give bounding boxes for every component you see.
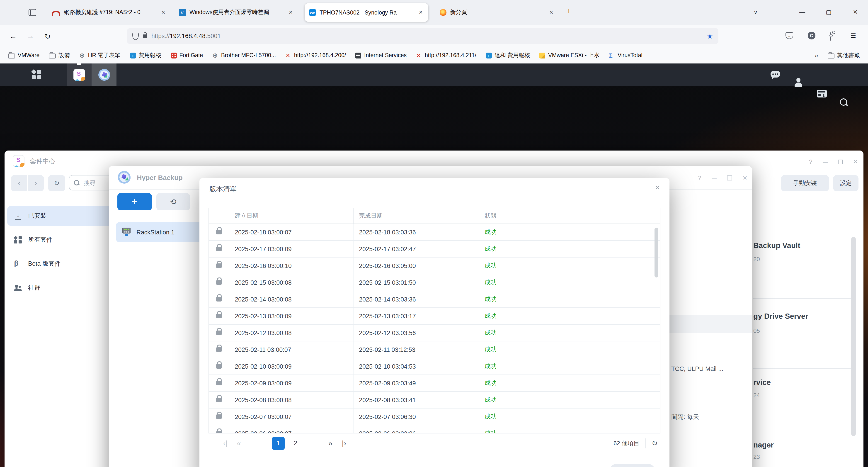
table-scrollbar[interactable] [654,228,658,278]
bookmark-star-icon[interactable]: ★ [707,32,713,40]
version-row[interactable]: 2025-02-06 03:00:072025-02-06 03:03:26成功 [209,425,660,433]
pc-refresh-button[interactable]: ↻ [48,175,65,191]
forward-icon[interactable]: → [24,29,37,43]
backup-task-rackstation[interactable]: RackStation 1 [116,222,207,242]
version-row[interactable]: 2025-02-15 03:00:082025-02-15 03:01:50成功 [209,274,660,291]
lock-column-header[interactable] [209,208,229,223]
tab-dsm-active[interactable]: TPHO7NAS002 - Synology Ra ✕ [305,3,428,22]
search-icon[interactable] [839,97,849,108]
manual-install-button[interactable]: 手動安裝 [781,175,829,191]
sidebar-item-all-packages[interactable]: 所有套件 [7,230,113,250]
reload-icon[interactable]: ↻ [41,29,54,43]
window-close-icon[interactable]: ✕ [848,9,862,15]
page-2-button[interactable]: 2 [289,437,302,449]
status-column-header[interactable]: 狀態 [478,208,652,223]
sidebar-item-installed[interactable]: 已安裝 [7,206,113,226]
extensions-puzzle-icon[interactable] [830,33,831,41]
pc-back-button[interactable]: ‹ [11,175,27,191]
modal-close-icon[interactable]: ✕ [655,184,660,192]
extension-c-icon[interactable]: C [808,32,815,39]
tab-newtab[interactable]: 新分頁 ✕ [435,3,559,22]
new-tab-button[interactable]: + [566,7,571,16]
page-1-button[interactable]: 1 [272,437,285,449]
settings-button[interactable]: 設定 [833,175,859,191]
list-tabs-icon[interactable]: ∨ [749,9,763,15]
version-row[interactable]: 2025-02-10 03:00:092025-02-10 03:04:53成功 [209,358,660,375]
nas-icon [122,227,131,237]
version-row[interactable]: 2025-02-07 03:00:072025-02-07 03:06:30成功 [209,408,660,425]
close-dialog-button[interactable]: 關閉 [609,464,655,467]
pc-scrollbar[interactable] [851,237,856,436]
widgets-icon[interactable] [817,90,827,97]
add-backup-task-button[interactable]: + [117,193,152,210]
tab-close-icon[interactable]: ✕ [288,9,294,16]
version-row[interactable]: 2025-02-12 03:00:082025-02-12 03:03:56成功 [209,324,660,341]
sidebar-item-beta[interactable]: Beta 版套件 [7,254,113,274]
tab-title: 網路機房維護 #719: NAS*2 - 0 [64,9,157,16]
tab-close-icon[interactable]: ✕ [160,9,166,16]
other-bookmarks[interactable]: 其他書籤 [828,52,860,59]
bookmark-item[interactable]: http://192.168.4.211/ [416,52,476,59]
tab-ithome[interactable]: Windows使用者介面爆零時差漏 ✕ [175,3,298,22]
tab-close-icon[interactable]: ✕ [549,9,554,16]
grid-icon [14,236,22,244]
restore-icon[interactable] [838,159,843,164]
tabs-sidebar-icon[interactable] [29,9,36,16]
tab-redmine[interactable]: 網路機房維護 #719: NAS*2 - 0 ✕ [47,3,171,22]
refresh-icon[interactable]: ↻ [652,439,658,447]
bookmark-item[interactable]: Internet Services [355,52,407,59]
bookmark-item[interactable]: FortiGate [170,52,203,59]
completed-column-header[interactable]: 完成日期 [353,208,478,223]
bookmark-item[interactable]: 達和 費用報核 [486,52,530,59]
taskbar-package-center-icon[interactable] [67,63,92,86]
bookmark-item[interactable]: 設備 [49,52,70,59]
minimize-icon[interactable] [712,175,717,181]
help-icon[interactable] [698,175,701,181]
bookmark-item[interactable]: VMWare [8,52,39,59]
version-row[interactable]: 2025-02-18 03:00:072025-02-18 03:03:36成功 [209,224,660,241]
pc-forward-button[interactable]: › [28,175,44,191]
version-row[interactable]: 2025-02-11 03:00:072025-02-11 03:12:53成功 [209,341,660,358]
version-list-modal: 版本清單 ✕ 建立日期 完成日期 狀態 2025-02-18 03:00:072… [199,178,670,467]
version-table: 建立日期 完成日期 狀態 2025-02-18 03:00:072025-02-… [209,208,660,433]
pocket-icon[interactable]: ⌄ [785,32,793,39]
lock-warning-icon[interactable] [143,34,147,40]
bookmarks-overflow-chevron[interactable]: » [814,52,818,59]
next-page-icon[interactable]: » [323,439,337,447]
first-page-icon[interactable]: ‹| [218,439,232,447]
version-row[interactable]: 2025-02-13 03:00:092025-02-13 03:03:17成功 [209,308,660,324]
window-minimize-icon[interactable]: — [796,9,809,15]
app-launcher-icon[interactable] [32,70,42,80]
window-maximize-icon[interactable]: ▢ [822,9,835,15]
url-bar[interactable]: https://192.168.4.48:5001 ★ [127,28,718,44]
bookmark-item[interactable]: HR 電子表單 [79,52,120,59]
taskbar-hyper-backup-icon[interactable] [92,63,117,86]
notifications-chat-icon[interactable] [771,71,780,77]
bookmark-item[interactable]: VirusTotal [609,52,642,59]
version-row[interactable]: 2025-02-17 03:00:092025-02-17 03:02:47成功 [209,241,660,257]
bookmark-item[interactable]: 費用報核 [130,52,161,59]
minimize-icon[interactable] [823,158,828,165]
version-row[interactable]: 2025-02-08 03:00:082025-02-08 03:03:41成功 [209,392,660,408]
prev-page-icon[interactable]: « [232,439,246,447]
bookmark-item[interactable]: Brother MFC-L5700... [213,52,276,59]
close-icon[interactable] [742,175,747,181]
close-icon[interactable] [853,158,858,165]
created-column-header[interactable]: 建立日期 [229,208,353,223]
version-row[interactable]: 2025-02-16 03:00:102025-02-16 03:05:00成功 [209,257,660,274]
back-icon[interactable]: ← [6,29,20,43]
status-success: 成功 [478,257,652,274]
help-icon[interactable] [809,158,812,165]
maximize-icon[interactable] [727,176,732,181]
bookmark-item[interactable]: VMware ESXi - 上水 [539,52,599,59]
tab-close-icon[interactable]: ✕ [418,9,424,16]
user-account-icon[interactable] [793,77,804,88]
bookmark-item[interactable]: http://192.168.4.200/ [285,52,346,59]
version-row[interactable]: 2025-02-14 03:00:082025-02-14 03:03:36成功 [209,291,660,308]
menu-hamburger-icon[interactable]: ☰ [850,32,856,39]
sidebar-item-community[interactable]: 社群 [7,278,113,298]
last-page-icon[interactable]: |› [337,439,351,447]
version-row[interactable]: 2025-02-09 03:00:092025-02-09 03:03:49成功 [209,375,660,392]
tracking-shield-icon[interactable] [132,32,139,40]
restore-history-button[interactable]: ⟲ [156,193,190,210]
